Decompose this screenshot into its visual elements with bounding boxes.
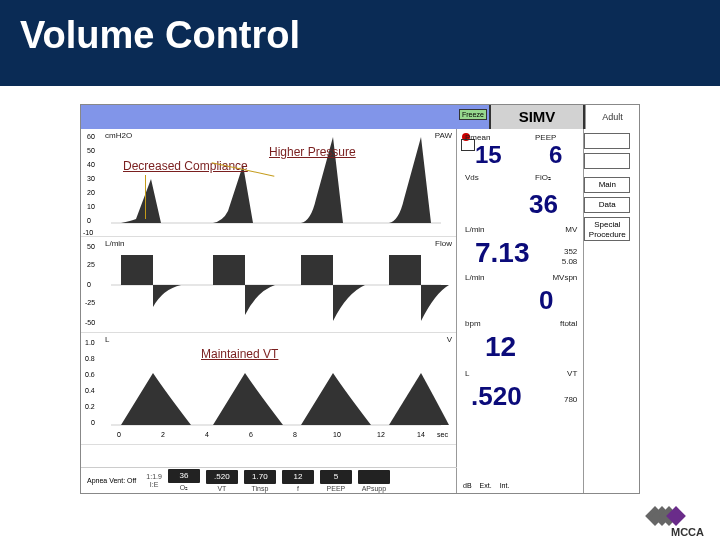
sidebutton-2[interactable]: [584, 153, 630, 169]
svg-text:60: 60: [87, 133, 95, 140]
sidebutton-data[interactable]: Data: [584, 197, 630, 213]
svg-text:6: 6: [249, 431, 253, 438]
svg-text:0.8: 0.8: [85, 355, 95, 362]
param-bar: Apnea Vent: Off 1:1.9I:E 36O₂ .520VT 1.7…: [81, 467, 457, 493]
svg-text:10: 10: [333, 431, 341, 438]
svg-text:0.4: 0.4: [85, 387, 95, 394]
svg-text:8: 8: [293, 431, 297, 438]
annotation-higher-pressure: Higher Pressure: [269, 145, 356, 159]
svg-text:0.6: 0.6: [85, 371, 95, 378]
value-peep: 6: [549, 141, 562, 169]
value-pmean: 15: [475, 141, 502, 169]
svg-text:12: 12: [377, 431, 385, 438]
value-f: 12: [485, 331, 516, 363]
svg-text:0: 0: [87, 281, 91, 288]
svg-text:2: 2: [161, 431, 165, 438]
sidebutton-1[interactable]: [584, 133, 630, 149]
mode-display: SIMV: [489, 105, 585, 129]
svg-text:0: 0: [87, 217, 91, 224]
param-peep[interactable]: 5: [320, 470, 352, 484]
sidebutton-main[interactable]: Main: [584, 177, 630, 193]
sidebutton-special[interactable]: Special Procedure: [584, 217, 630, 241]
mcca-text: MCCA: [671, 526, 704, 538]
svg-text:-10: -10: [83, 229, 93, 236]
param-vt[interactable]: .520: [206, 470, 238, 484]
svg-text:0: 0: [117, 431, 121, 438]
ventilator-screen: SIMV Adult cmH2O PAW 60: [80, 104, 640, 494]
legend-db: dB: [463, 482, 472, 489]
value-mvspn: 0: [539, 285, 553, 316]
svg-text:-50: -50: [85, 319, 95, 326]
numeric-panel: Pmean PEEP 15 6 Vds FiO₂ 36 L/min MV 7.1…: [457, 129, 584, 493]
svg-text:10: 10: [87, 203, 95, 210]
header-blue: [81, 105, 489, 129]
flow-plot: L/min Flow 50 25 0 -25 -50: [81, 237, 456, 333]
param-apsupp[interactable]: [358, 470, 390, 484]
svg-text:50: 50: [87, 243, 95, 250]
svg-text:30: 30: [87, 175, 95, 182]
svg-text:-25: -25: [85, 299, 95, 306]
value-fio2: 36: [529, 189, 558, 220]
freeze-button[interactable]: Freeze: [459, 109, 487, 120]
svg-text:20: 20: [87, 189, 95, 196]
waveform-area: cmH2O PAW 60 50 40 30 20: [81, 129, 457, 493]
param-tinsp[interactable]: 1.70: [244, 470, 276, 484]
apnea-status: Apnea Vent: Off: [87, 477, 136, 484]
svg-text:0: 0: [91, 419, 95, 426]
svg-text:14: 14: [417, 431, 425, 438]
top-bar: SIMV Adult: [81, 105, 639, 129]
svg-text:25: 25: [87, 261, 95, 268]
legend-int: Int.: [500, 482, 510, 489]
svg-text:50: 50: [87, 147, 95, 154]
slide-title: Volume Control: [20, 14, 700, 57]
legend-ext: Ext.: [480, 482, 492, 489]
svg-text:0.2: 0.2: [85, 403, 95, 410]
svg-text:sec: sec: [437, 431, 448, 438]
patient-type: Adult: [585, 105, 639, 129]
svg-text:40: 40: [87, 161, 95, 168]
pressure-plot: cmH2O PAW 60 50 40 30 20: [81, 129, 456, 237]
value-vt: .520: [471, 381, 522, 412]
svg-text:1.0: 1.0: [85, 339, 95, 346]
value-mv: 7.13: [475, 237, 530, 269]
slide-header: Volume Control: [0, 0, 720, 86]
param-f[interactable]: 12: [282, 470, 314, 484]
param-o2[interactable]: 36: [168, 469, 200, 483]
side-buttons: Main Data Special Procedure: [584, 129, 639, 493]
annotation-maintained-vt: Maintained VT: [201, 347, 278, 361]
svg-text:4: 4: [205, 431, 209, 438]
volume-plot: L V 1.0 0.8 0.6 0.4 0.2 0 0: [81, 333, 456, 445]
